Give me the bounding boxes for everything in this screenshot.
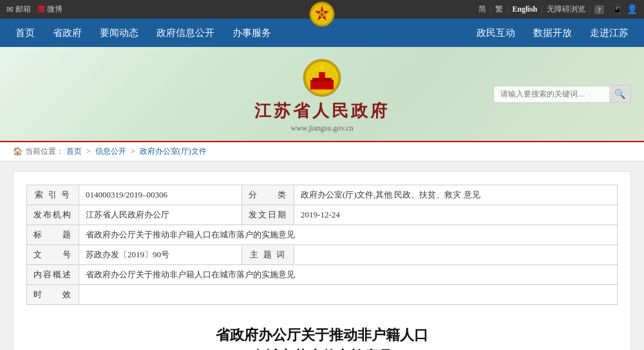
table-row: 索 引 号 014000319/2019–00306 分 类 政府办公室(厅)文… [27,185,618,205]
sep4: | [589,5,591,14]
banner-url: www.jiangsu.gov.cn [290,124,353,133]
value-doc-num: 苏政办发〔2019〕90号 [79,245,242,265]
weibo-link[interactable]: 微 微博 [37,4,62,15]
top-bar-right: 简 | 繁 | English | 无障碍浏览 | ? 📱 👤 [478,4,638,15]
label-keywords: 主 题 词 [242,245,294,265]
label-index: 索 引 号 [27,185,79,205]
sep3: | [541,5,542,14]
label-validity: 时 效 [27,285,79,305]
table-row: 发布机构 江苏省人民政府办公厅 发文日期 2019-12-24 [27,205,618,225]
svg-text:国: 国 [321,13,323,16]
banner-center: 江苏省人民政府 www.jiangsu.gov.cn [254,59,390,133]
value-validity [79,285,618,305]
email-link[interactable]: ✉ 邮箱 [6,4,31,15]
table-row: 文 号 苏政办发〔2019〕90号 主 题 词 [27,245,618,265]
label-summary: 内容概述 [27,265,79,285]
weibo-icon: 微 [37,4,45,15]
main-content: 索 引 号 014000319/2019–00306 分 类 政府办公室(厅)文… [13,171,631,350]
nav-services[interactable]: 办事服务 [223,19,280,47]
nav-civic-interaction[interactable]: 政民互动 [468,19,524,47]
banner-title: 江苏省人民政府 [254,100,390,122]
banner-emblem [303,59,341,97]
nav-emblem: 国 [309,0,335,28]
sep1: | [490,5,491,14]
emblem-svg: 国 [309,1,335,27]
banner: 江苏省人民政府 www.jiangsu.gov.cn 🔍 [0,47,644,142]
breadcrumb-office-docs[interactable]: 政府办公室(厅)文件 [140,146,207,157]
traditional-link[interactable]: 繁 [495,4,503,15]
nav-bar: 首页 省政府 要闻动态 政府信息公开 办事服务 国 政民互动 数据开放 走进江苏 [0,19,644,47]
value-summary: 省政府办公厅关于推动非户籍人口在城市落户的实施意见 [79,265,618,285]
table-row: 时 效 [27,285,618,305]
breadcrumb-info-public[interactable]: 信息公开 [95,146,126,157]
search-button[interactable]: 🔍 [609,85,631,103]
search-input[interactable] [493,86,609,103]
english-link[interactable]: English [513,5,538,14]
value-category: 政府办公室(厅)文件,其他 民政、扶贫、救灾 意见 [294,185,618,205]
nav-data-open[interactable]: 数据开放 [524,19,581,47]
value-publisher: 江苏省人民政府办公厅 [79,205,242,225]
simplified-link[interactable]: 简 [478,4,486,15]
nav-info-public[interactable]: 政府信息公开 [147,19,223,47]
user-icon[interactable]: 👤 [627,4,638,15]
svg-rect-9 [319,72,325,79]
nav-province-gov[interactable]: 省政府 [44,19,91,47]
sep2: | [507,5,508,14]
value-keywords [294,245,618,265]
doc-main-title: 省政府办公厅关于推动非户籍人口 在城市落户的实施意见 [26,324,618,350]
label-category: 分 类 [242,185,294,205]
value-index: 014000319/2019–00306 [79,185,242,205]
label-publisher: 发布机构 [27,205,79,225]
label-date: 发文日期 [242,205,294,225]
breadcrumb-home[interactable]: 首页 [66,146,82,157]
value-title: 省政府办公厅关于推动非户籍人口在城市落户的实施意见 [79,225,618,245]
top-bar-left: ✉ 邮箱 微 微博 [6,4,62,15]
label-title: 标 题 [27,225,79,245]
help-icon[interactable]: ? [594,5,604,14]
doc-info-table: 索 引 号 014000319/2019–00306 分 类 政府办公室(厅)文… [26,185,618,305]
banner-search: 🔍 [493,85,631,103]
table-row: 内容概述 省政府办公厅关于推动非户籍人口在城市落户的实施意见 [27,265,618,285]
value-date: 2019-12-24 [294,205,618,225]
mobile-icon[interactable]: 📱 [612,4,623,15]
breadcrumb-bar: 🏠 当前位置： 首页 > 信息公开 > 政府办公室(厅)文件 [0,142,644,161]
nav-news[interactable]: 要闻动态 [91,19,147,47]
home-icon: 🏠 [13,147,23,156]
nav-home[interactable]: 首页 [6,19,44,47]
email-icon: ✉ [6,5,14,15]
nav-about-jiangsu[interactable]: 走进江苏 [581,19,638,47]
accessible-link[interactable]: 无障碍浏览 [547,4,585,15]
breadcrumb-label: 当前位置： [25,146,64,157]
table-row: 标 题 省政府办公厅关于推动非户籍人口在城市落户的实施意见 [27,225,618,245]
label-doc-num: 文 号 [27,245,79,265]
